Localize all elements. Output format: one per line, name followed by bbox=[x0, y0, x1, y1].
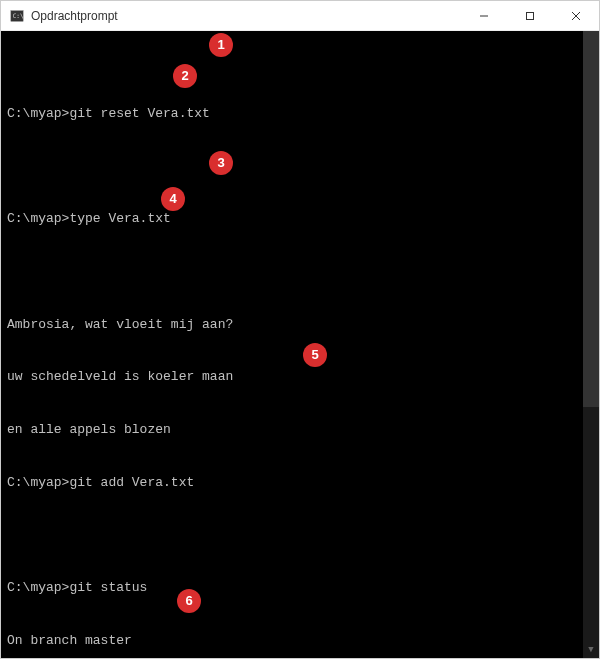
cmd-line: C:\myap>git add Vera.txt bbox=[7, 474, 575, 492]
annotation-3: 3 bbox=[209, 151, 233, 175]
window-title: Opdrachtprompt bbox=[31, 9, 461, 23]
cmd-line: C:\myap>type Vera.txt bbox=[7, 210, 575, 228]
cmd-line: C:\myap>git status bbox=[7, 579, 575, 597]
output-line: en alle appels blozen bbox=[7, 421, 575, 439]
cmd-line: C:\myap>git reset Vera.txt bbox=[7, 105, 575, 123]
cmd-icon: C:\ bbox=[9, 8, 25, 24]
annotation-4: 4 bbox=[161, 187, 185, 211]
window-controls bbox=[461, 1, 599, 30]
annotation-2: 2 bbox=[173, 64, 197, 88]
scrollbar-thumb[interactable] bbox=[583, 31, 599, 407]
command-prompt-window: C:\ Opdrachtprompt C:\myap>git reset Ver… bbox=[0, 0, 600, 659]
title-bar: C:\ Opdrachtprompt bbox=[1, 1, 599, 31]
svg-rect-3 bbox=[527, 12, 534, 19]
blank-line bbox=[7, 263, 575, 281]
terminal-content: C:\myap>git reset Vera.txt C:\myap>type … bbox=[7, 70, 593, 658]
annotation-5: 5 bbox=[303, 343, 327, 367]
maximize-button[interactable] bbox=[507, 1, 553, 30]
blank-line bbox=[7, 158, 575, 176]
annotation-6: 6 bbox=[177, 589, 201, 613]
output-line: On branch master bbox=[7, 632, 575, 650]
svg-text:C:\: C:\ bbox=[13, 11, 24, 18]
blank-line bbox=[7, 526, 575, 544]
vertical-scrollbar[interactable]: ▲ ▼ bbox=[583, 31, 599, 658]
terminal-area[interactable]: C:\myap>git reset Vera.txt C:\myap>type … bbox=[1, 31, 599, 658]
minimize-button[interactable] bbox=[461, 1, 507, 30]
close-button[interactable] bbox=[553, 1, 599, 30]
output-line: uw schedelveld is koeler maan bbox=[7, 368, 575, 386]
output-line: Ambrosia, wat vloeit mij aan? bbox=[7, 316, 575, 334]
scroll-down-icon[interactable]: ▼ bbox=[583, 642, 599, 658]
annotation-1: 1 bbox=[209, 33, 233, 57]
